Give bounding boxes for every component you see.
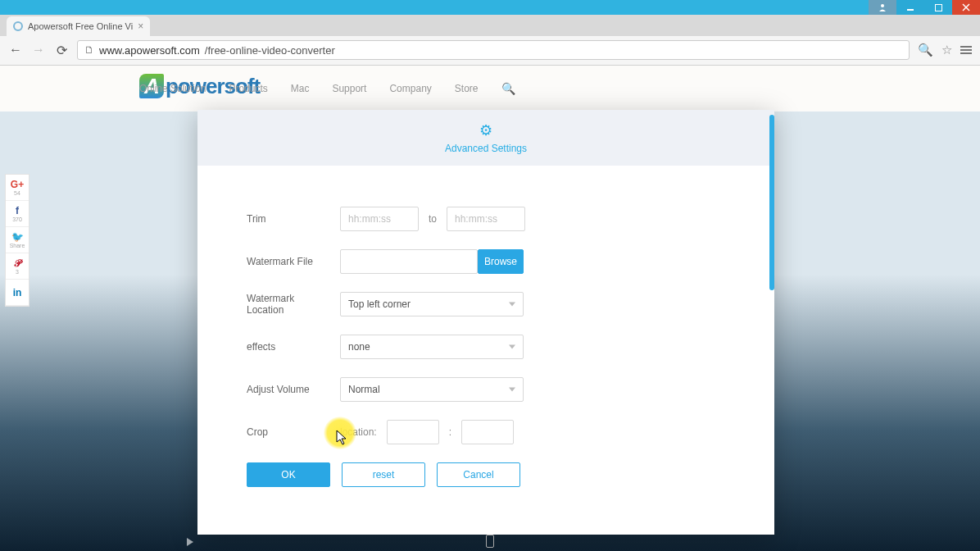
svg-rect-1 (907, 9, 914, 11)
zoom-icon[interactable]: 🔍 (918, 43, 933, 57)
nav-products[interactable]: Products (229, 83, 267, 94)
chevron-down-icon (509, 388, 515, 392)
address-bar-row: ← → ⟳ 🗋 www.apowersoft.com/free-online-v… (0, 36, 980, 64)
social-share-rail: G+54 f370 🐦Share 𝒫3 in (5, 174, 29, 307)
scrollbar-thumb[interactable] (769, 115, 774, 290)
share-googleplus[interactable]: G+54 (6, 175, 29, 201)
crop-row: Crop location: : (247, 420, 725, 444)
ok-button[interactable]: OK (247, 462, 330, 487)
watermark-location-value: Top left corner (348, 298, 411, 310)
crop-sep: : (449, 426, 451, 438)
tab-favicon (13, 21, 23, 31)
os-user-button[interactable] (869, 0, 896, 15)
watermark-location-select[interactable]: Top left corner (340, 292, 524, 316)
modal-header: ⚙ Advanced Settings (197, 110, 774, 166)
site-header: Apowersoft Online Solution Products Mac … (0, 66, 980, 112)
trim-label: Trim (247, 213, 329, 225)
page-viewport: Apowersoft Online Solution Products Mac … (0, 66, 980, 551)
share-twitter[interactable]: 🐦Share (6, 227, 29, 253)
chrome-menu-button[interactable] (960, 46, 972, 54)
forward-button: → (31, 43, 46, 57)
back-button[interactable]: ← (8, 43, 23, 57)
effects-row: effects none (247, 335, 725, 359)
effects-value: none (348, 341, 370, 353)
phone-icon (486, 535, 494, 548)
reload-button[interactable]: ⟳ (54, 43, 69, 58)
site-identity-icon: 🗋 (84, 44, 94, 56)
modal-scrollbar[interactable] (769, 110, 774, 535)
watermark-location-row: Watermark Location Top left corner (247, 292, 725, 316)
effects-label: effects (247, 341, 329, 353)
crop-location-b-input[interactable] (461, 420, 514, 444)
chevron-down-icon (509, 345, 515, 349)
watermark-file-label: Watermark File (247, 256, 329, 267)
reset-button[interactable]: reset (342, 462, 425, 487)
crop-location-label: location: (340, 426, 377, 438)
modal-body: Trim to Watermark File Browse Watermark … (197, 166, 774, 503)
os-titlebar (0, 0, 980, 15)
trim-to-label: to (429, 213, 437, 225)
os-maximize-button[interactable] (924, 0, 952, 15)
modal-actions: OK reset Cancel (247, 462, 725, 487)
tab-strip: Apowersoft Free Online Vi × (0, 15, 980, 36)
share-linkedin[interactable]: in (6, 280, 29, 306)
browse-button[interactable]: Browse (478, 249, 524, 274)
url-path: /free-online-video-converter (205, 44, 335, 57)
modal-title: Advanced Settings (445, 143, 527, 154)
volume-label: Adjust Volume (247, 384, 329, 395)
tab-close-icon[interactable]: × (138, 20, 143, 32)
address-bar[interactable]: 🗋 www.apowersoft.com/free-online-video-c… (77, 40, 910, 60)
share-facebook[interactable]: f370 (6, 201, 29, 227)
trim-end-input[interactable] (447, 207, 525, 231)
nav-mac[interactable]: Mac (291, 83, 310, 94)
share-pinterest[interactable]: 𝒫3 (6, 253, 29, 280)
gear-icon: ⚙ (479, 121, 492, 139)
cancel-button[interactable]: Cancel (437, 462, 520, 487)
effects-select[interactable]: none (340, 335, 524, 359)
os-close-button[interactable] (952, 0, 980, 15)
chevron-down-icon (509, 303, 515, 307)
trim-start-input[interactable] (340, 207, 419, 231)
bookmark-icon[interactable]: ☆ (941, 43, 952, 57)
browser-tab[interactable]: Apowersoft Free Online Vi × (7, 16, 150, 36)
volume-select[interactable]: Normal (340, 377, 524, 402)
nav-company[interactable]: Company (389, 83, 431, 94)
url-host: www.apowersoft.com (99, 44, 200, 57)
advanced-settings-modal: ⚙ Advanced Settings Trim to Watermark Fi… (197, 110, 774, 535)
os-minimize-button[interactable] (896, 0, 924, 15)
crop-label: Crop (247, 426, 329, 438)
play-icon[interactable] (187, 538, 193, 546)
nav-support[interactable]: Support (332, 83, 366, 94)
site-search-icon[interactable]: 🔍 (501, 82, 515, 95)
svg-point-0 (881, 4, 884, 7)
browser-chrome: Apowersoft Free Online Vi × ← → ⟳ 🗋 www.… (0, 15, 980, 66)
volume-value: Normal (348, 384, 380, 395)
volume-row: Adjust Volume Normal (247, 377, 725, 402)
nav-store[interactable]: Store (455, 83, 479, 94)
watermark-file-input[interactable] (340, 249, 478, 274)
tab-title: Apowersoft Free Online Vi (28, 21, 133, 31)
watermark-file-row: Watermark File Browse (247, 249, 725, 274)
crop-location-a-input[interactable] (387, 420, 439, 444)
trim-row: Trim to (247, 207, 725, 231)
watermark-location-label: Watermark Location (247, 293, 329, 316)
nav-online-solution[interactable]: Online Solution (139, 83, 206, 94)
